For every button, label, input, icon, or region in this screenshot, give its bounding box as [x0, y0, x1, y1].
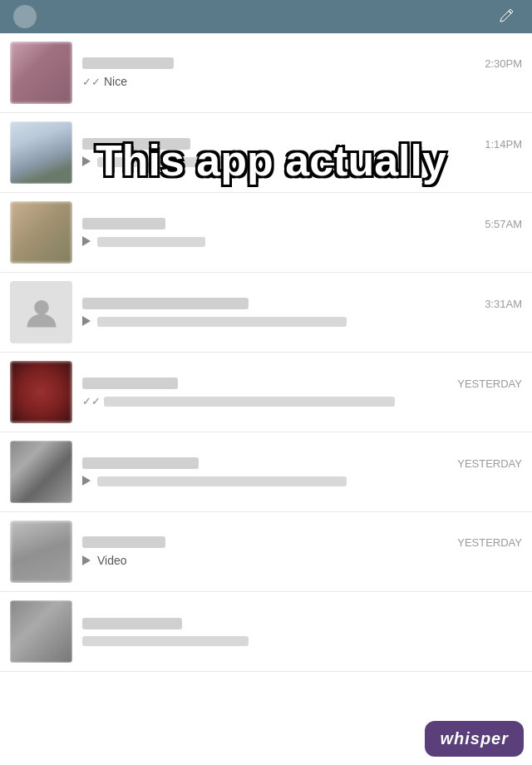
timestamp: YESTERDAY	[457, 457, 522, 470]
username-blur	[82, 298, 249, 309]
conversation-content: 5:57AM	[82, 218, 522, 247]
read-receipt-icon: ✓✓	[82, 395, 101, 407]
message-text: Nice	[104, 75, 127, 88]
message-preview: Video	[82, 554, 522, 567]
message-text: Video	[97, 554, 127, 567]
whisper-badge[interactable]: whisper	[425, 721, 524, 757]
username-blur	[82, 618, 182, 629]
username-blur	[82, 218, 165, 230]
conversation-item[interactable]: 1:14PM	[0, 113, 532, 193]
svg-point-0	[34, 300, 49, 315]
conversation-top: 1:14PM	[82, 138, 522, 151]
timestamp: YESTERDAY	[457, 536, 522, 549]
play-icon	[82, 316, 91, 326]
conversation-content: YESTERDAY	[82, 457, 522, 486]
conversation-list: 2:30PM ✓✓Nice 1:14PM 5:57AM 3:31A	[0, 33, 532, 672]
conversation-top	[82, 618, 522, 629]
conversation-top: YESTERDAY	[82, 536, 522, 549]
message-blur	[97, 317, 347, 327]
conversation-item[interactable]: YESTERDAY ✓✓	[0, 353, 532, 432]
timestamp: 3:31AM	[485, 298, 522, 310]
avatar	[10, 42, 72, 104]
conversation-content: YESTERDAY ✓✓	[82, 378, 522, 407]
username-blur	[82, 57, 174, 69]
play-icon	[82, 555, 91, 565]
message-preview	[82, 475, 522, 486]
conversation-top: 5:57AM	[82, 218, 522, 230]
conversation-top: YESTERDAY	[82, 457, 522, 470]
message-blur	[97, 476, 347, 486]
avatar	[10, 521, 72, 583]
avatar	[10, 281, 72, 343]
conversation-item[interactable]: YESTERDAY	[0, 432, 532, 512]
username-blur	[82, 536, 165, 548]
message-preview	[82, 235, 522, 247]
username-blur	[82, 457, 199, 469]
timestamp: 2:30PM	[485, 57, 522, 70]
message-preview: ✓✓	[82, 395, 522, 407]
message-blur	[104, 397, 395, 407]
back-button[interactable]	[13, 5, 37, 28]
message-blur	[97, 157, 230, 167]
conversation-item[interactable]: 5:57AM	[0, 193, 532, 273]
conversation-content: 2:30PM ✓✓Nice	[82, 57, 522, 88]
conversation-content	[82, 618, 522, 646]
message-blur	[82, 636, 249, 646]
avatar	[10, 441, 72, 503]
compose-button[interactable]	[495, 5, 519, 28]
username-blur	[82, 138, 190, 150]
avatar	[10, 201, 72, 264]
read-receipt-icon: ✓✓	[82, 76, 101, 88]
message-blur	[97, 237, 205, 247]
play-icon	[82, 476, 91, 486]
conversation-item[interactable]	[0, 592, 532, 672]
message-preview	[82, 315, 522, 327]
avatar	[10, 121, 72, 184]
conversation-item[interactable]: 3:31AM	[0, 273, 532, 353]
conversation-top: 2:30PM	[82, 57, 522, 70]
avatar	[10, 361, 72, 423]
app-header	[0, 0, 532, 33]
conversation-top: YESTERDAY	[82, 378, 522, 390]
conversation-item[interactable]: 2:30PM ✓✓Nice	[0, 33, 532, 113]
conversation-top: 3:31AM	[82, 298, 522, 310]
conversation-content: 3:31AM	[82, 298, 522, 327]
conversation-content: YESTERDAY Video	[82, 536, 522, 567]
conversation-item[interactable]: YESTERDAY Video	[0, 512, 532, 592]
message-preview	[82, 634, 522, 646]
message-preview	[82, 155, 522, 167]
play-icon	[82, 236, 91, 246]
timestamp: 5:57AM	[485, 218, 522, 230]
play-icon	[82, 156, 91, 166]
avatar	[10, 600, 72, 663]
username-blur	[82, 378, 178, 389]
timestamp: 1:14PM	[485, 138, 522, 151]
conversation-content: 1:14PM	[82, 138, 522, 167]
message-preview: ✓✓Nice	[82, 75, 522, 88]
timestamp: YESTERDAY	[457, 378, 522, 390]
